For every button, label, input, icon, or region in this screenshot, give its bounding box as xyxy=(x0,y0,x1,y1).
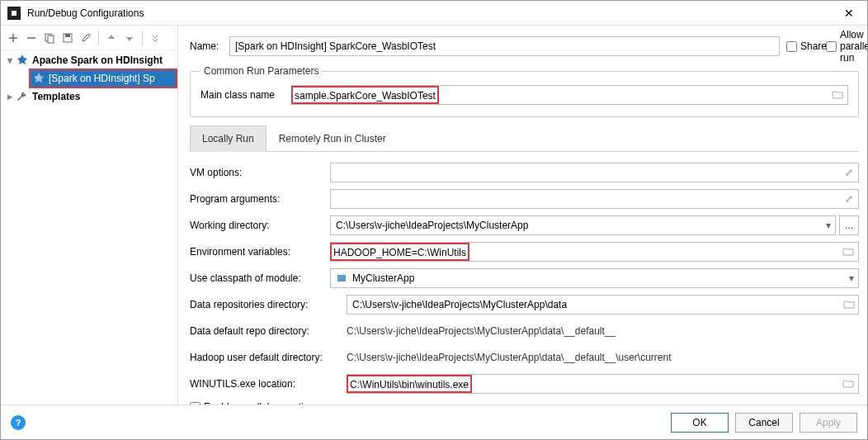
tree-label: [Spark on HDInsight] Sp xyxy=(49,73,155,84)
cancel-button[interactable]: Cancel xyxy=(735,413,793,433)
name-input[interactable] xyxy=(229,36,780,56)
folder-icon[interactable] xyxy=(831,88,844,102)
remove-config-button[interactable] xyxy=(24,31,39,45)
run-tabs: Locally Run Remotely Run in Cluster xyxy=(190,125,859,152)
tree-node-spark-hdinsight[interactable]: ▾ Apache Spark on HDInsight xyxy=(1,52,177,69)
move-up-button[interactable] xyxy=(104,31,119,45)
folder-icon[interactable] xyxy=(842,245,855,258)
tree-label: Apache Spark on HDInsight xyxy=(32,54,163,66)
module-icon xyxy=(336,272,347,284)
tree-node-templates[interactable]: ▸ Templates xyxy=(1,88,177,105)
fieldset-legend: Common Run Parameters xyxy=(200,65,322,77)
spark-icon xyxy=(16,54,29,67)
copy-config-button[interactable] xyxy=(42,31,57,45)
expand-icon[interactable]: ⤢ xyxy=(842,192,856,206)
expand-icon: ▸ xyxy=(4,91,16,102)
separator xyxy=(142,31,143,45)
svg-rect-3 xyxy=(48,35,54,43)
vm-options-label: VM options: xyxy=(190,167,330,178)
allow-parallel-checkbox[interactable]: Allow parallel run xyxy=(826,29,859,64)
highlight-box: [Spark on HDInsight] Sp xyxy=(29,69,177,88)
move-down-button[interactable] xyxy=(122,31,137,45)
working-dir-input[interactable] xyxy=(330,215,836,235)
env-vars-value[interactable]: HADOOP_HOME=C:\WinUtils xyxy=(330,243,469,261)
vm-options-input[interactable] xyxy=(330,163,859,182)
name-label: Name: xyxy=(190,40,223,52)
chevron-down-icon: ▾ xyxy=(849,272,854,284)
window-title: Run/Debug Configurations xyxy=(27,7,837,19)
tree-label: Templates xyxy=(32,91,80,102)
program-args-label: Program arguments: xyxy=(190,193,330,205)
separator xyxy=(98,31,99,45)
svg-rect-6 xyxy=(337,275,346,282)
chevron-down-icon[interactable]: ▾ xyxy=(826,220,831,231)
winutils-label: WINUTILS.exe location: xyxy=(190,378,347,390)
folder-icon[interactable] xyxy=(842,298,856,311)
wrench-icon xyxy=(16,90,29,103)
ok-button[interactable]: OK xyxy=(671,413,729,433)
help-button[interactable]: ? xyxy=(11,415,26,430)
env-vars-label: Environment variables: xyxy=(190,246,330,258)
share-checkbox[interactable]: Share xyxy=(786,40,819,52)
config-tree: ▾ Apache Spark on HDInsight [Spark on HD… xyxy=(1,50,177,405)
common-run-parameters: Common Run Parameters Main class name sa… xyxy=(190,65,859,117)
program-args-input[interactable] xyxy=(330,189,859,209)
hadoop-user-label: Hadoop user default directory: xyxy=(190,352,347,363)
data-repo-label: Data repositories directory: xyxy=(190,299,347,310)
content-pane: Name: Share Allow parallel run Common Ru… xyxy=(178,26,867,405)
data-repo-input[interactable] xyxy=(347,295,859,315)
app-icon xyxy=(7,7,21,20)
close-button[interactable]: ✕ xyxy=(837,3,861,23)
tab-remotely-run[interactable]: Remotely Run in Cluster xyxy=(267,125,399,151)
tab-locally-run[interactable]: Locally Run xyxy=(190,125,267,152)
working-dir-label: Working directory: xyxy=(190,220,330,231)
svg-rect-1 xyxy=(12,11,17,16)
save-config-button[interactable] xyxy=(60,31,75,45)
main-class-value[interactable]: sample.SparkCore_WasbIOTest xyxy=(291,86,439,104)
svg-rect-5 xyxy=(65,34,70,37)
classpath-label: Use classpath of module: xyxy=(190,272,330,284)
classpath-select[interactable]: MyClusterApp ▾ xyxy=(330,268,859,288)
default-repo-label: Data default repo directory: xyxy=(190,325,347,337)
footer: ? OK Cancel Apply xyxy=(1,405,867,439)
expand-icon[interactable]: ⤢ xyxy=(842,166,856,179)
tree-node-config-selected[interactable]: [Spark on HDInsight] Sp xyxy=(31,70,176,87)
default-repo-value: C:\Users\v-jiche\IdeaProjects\MyClusterA… xyxy=(347,325,616,337)
collapse-button[interactable] xyxy=(148,31,163,45)
edit-defaults-button[interactable] xyxy=(78,31,93,45)
expand-icon: ▾ xyxy=(4,54,16,66)
add-config-button[interactable] xyxy=(6,31,21,45)
main-class-label: Main class name xyxy=(200,89,291,101)
sidebar: ▾ Apache Spark on HDInsight [Spark on HD… xyxy=(1,26,178,405)
browse-button[interactable]: … xyxy=(839,215,859,235)
hadoop-user-value: C:\Users\v-jiche\IdeaProjects\MyClusterA… xyxy=(347,352,672,363)
title-bar: Run/Debug Configurations ✕ xyxy=(1,1,867,26)
folder-icon[interactable] xyxy=(842,377,855,390)
spark-icon xyxy=(32,72,45,85)
winutils-value[interactable]: C:\WinUtils\bin\winutils.exe xyxy=(347,375,472,393)
apply-button: Apply xyxy=(800,413,857,433)
config-toolbar xyxy=(1,26,177,50)
